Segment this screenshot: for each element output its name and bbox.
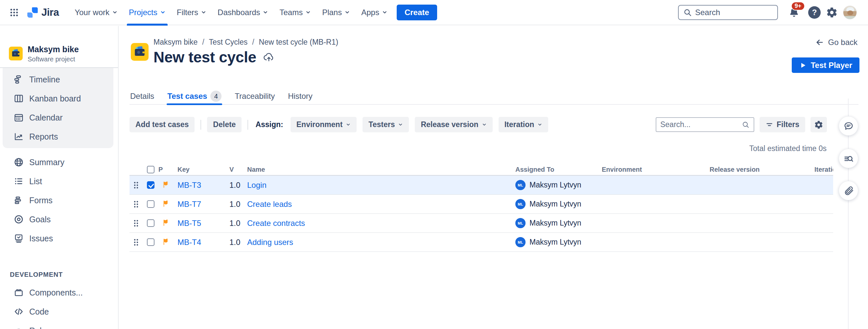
wallet-project-icon (9, 46, 23, 60)
header-priority: P (158, 166, 173, 173)
drag-handle-icon[interactable] (129, 181, 143, 190)
sidebar-item-summary[interactable]: Summary (0, 153, 118, 172)
table-settings-button[interactable] (810, 117, 827, 132)
assignee-avatar: ML (515, 218, 526, 228)
test-cycle-project-icon (131, 43, 149, 61)
testers-dropdown[interactable]: Testers (363, 117, 409, 132)
sidebar-item-list[interactable]: List (0, 172, 118, 191)
assignee-cell[interactable]: MLMaksym Lytvyn (515, 180, 602, 190)
globe-icon (13, 157, 24, 167)
table-row[interactable]: MB-T4 1.0 Adding users MLMaksym Lytvyn (129, 233, 833, 252)
global-search-input[interactable] (695, 8, 773, 17)
sidebar-item-components[interactable]: Components... (0, 283, 118, 302)
nav-item-teams[interactable]: Teams (275, 0, 315, 25)
search-panel-button[interactable] (839, 149, 858, 168)
row-checkbox[interactable] (147, 181, 154, 189)
user-avatar (843, 6, 857, 20)
drag-handle-icon[interactable] (129, 219, 143, 228)
profile-button[interactable] (840, 3, 860, 22)
sidebar-item-forms[interactable]: Forms (0, 191, 118, 210)
tab-traceability[interactable]: Traceability (234, 88, 275, 104)
sidebar-item-code[interactable]: Code (0, 302, 118, 321)
chevron-down-icon (262, 9, 268, 15)
delete-button[interactable]: Delete (207, 117, 242, 132)
help-icon (808, 6, 821, 19)
sidebar-item-reports[interactable]: Reports (3, 127, 114, 146)
app-grid-icon (9, 7, 19, 18)
test-case-key-link[interactable]: MB-T5 (173, 219, 228, 228)
go-back-button[interactable]: Go back (815, 38, 858, 47)
project-header[interactable]: Maksym bike Software project (0, 26, 118, 67)
comments-panel-button[interactable] (839, 116, 858, 136)
toolbar-divider (200, 120, 201, 130)
brand-name: Jira (41, 7, 59, 19)
cloud-sync-icon[interactable] (263, 51, 275, 63)
attachments-panel-button[interactable] (839, 181, 858, 200)
table-row[interactable]: MB-T3 1.0 Login MLMaksym Lytvyn (129, 176, 833, 195)
row-checkbox[interactable] (147, 200, 154, 208)
priority-flag-icon (158, 238, 173, 246)
chevron-down-icon (305, 9, 311, 15)
drag-handle-icon[interactable] (129, 238, 143, 246)
add-test-cases-button[interactable]: Add test cases (129, 117, 194, 132)
test-case-name-link[interactable]: Create contracts (247, 219, 515, 228)
drag-handle-icon[interactable] (129, 200, 143, 208)
test-player-button[interactable]: Test Player (792, 58, 860, 73)
nav-item-filters[interactable]: Filters (172, 0, 211, 25)
test-case-key-link[interactable]: MB-T3 (173, 180, 228, 190)
nav-item-your-work[interactable]: Your work (70, 0, 122, 25)
assignee-cell[interactable]: MLMaksym Lytvyn (515, 237, 602, 247)
page-title: New test cycle (154, 48, 256, 66)
nav-item-plans[interactable]: Plans (317, 0, 354, 25)
test-case-name-link[interactable]: Login (247, 180, 515, 190)
create-button[interactable]: Create (397, 5, 437, 20)
tab-details[interactable]: Details (129, 88, 155, 104)
settings-button[interactable] (823, 4, 840, 21)
test-case-key-link[interactable]: MB-T7 (173, 200, 228, 209)
priority-flag-icon (158, 181, 173, 189)
row-checkbox[interactable] (147, 238, 154, 246)
assignee-cell[interactable]: MLMaksym Lytvyn (515, 218, 602, 228)
breadcrumb-project[interactable]: Maksym bike (154, 38, 197, 46)
search-list-icon (843, 153, 854, 164)
table-row[interactable]: MB-T7 1.0 Create leads MLMaksym Lytvyn (129, 195, 833, 214)
header-environment: Environment (602, 166, 710, 173)
test-case-name-link[interactable]: Create leads (247, 200, 515, 209)
sidebar-item-releases[interactable]: Releases (0, 321, 118, 329)
table-row[interactable]: MB-T5 1.0 Create contracts MLMaksym Lytv… (129, 214, 833, 233)
test-case-name-link[interactable]: Adding users (247, 238, 515, 247)
sidebar-item-calendar[interactable]: Calendar (3, 108, 114, 127)
test-cases-toolbar: Add test cases Delete Assign: Environmen… (129, 117, 827, 132)
release-version-dropdown[interactable]: Release version (415, 117, 492, 132)
sidebar-item-goals[interactable]: Goals (0, 210, 118, 229)
sidebar-item-kanban-board[interactable]: Kanban board (3, 89, 114, 108)
nav-item-dashboards[interactable]: Dashboards (213, 0, 273, 25)
chevron-down-icon (382, 9, 388, 15)
nav-item-apps[interactable]: Apps (356, 0, 392, 25)
breadcrumb-current[interactable]: New test cycle (MB-R1) (259, 38, 339, 46)
help-button[interactable] (806, 4, 823, 21)
filters-button[interactable]: Filters (760, 117, 805, 132)
assignee-cell[interactable]: MLMaksym Lytvyn (515, 199, 602, 209)
priority-flag-icon (158, 200, 173, 208)
nav-item-projects[interactable]: Projects (124, 0, 170, 25)
test-case-version: 1.0 (228, 238, 247, 247)
calendar-icon (13, 112, 24, 123)
search-icon (742, 121, 750, 129)
environment-dropdown[interactable]: Environment (290, 117, 357, 132)
tab-test-cases[interactable]: Test cases4 (167, 88, 222, 104)
select-all-checkbox[interactable] (147, 166, 154, 173)
jira-logo[interactable]: Jira (26, 6, 59, 19)
sidebar-item-issues[interactable]: Issues (0, 229, 118, 248)
tab-history[interactable]: History (287, 88, 313, 104)
iteration-dropdown[interactable]: Iteration (499, 117, 549, 132)
test-cases-table: P Key V Name Assigned To Environment Rel… (129, 164, 833, 252)
app-switcher-button[interactable] (7, 5, 22, 20)
table-search-input[interactable] (660, 120, 742, 129)
assign-label: Assign: (255, 120, 283, 129)
test-case-key-link[interactable]: MB-T4 (173, 238, 228, 247)
breadcrumb-test-cycles[interactable]: Test Cycles (209, 38, 248, 46)
sidebar-item-timeline[interactable]: Timeline (3, 70, 114, 89)
sidebar-group-development: Components... Code Releases (0, 281, 118, 329)
row-checkbox[interactable] (147, 219, 154, 227)
